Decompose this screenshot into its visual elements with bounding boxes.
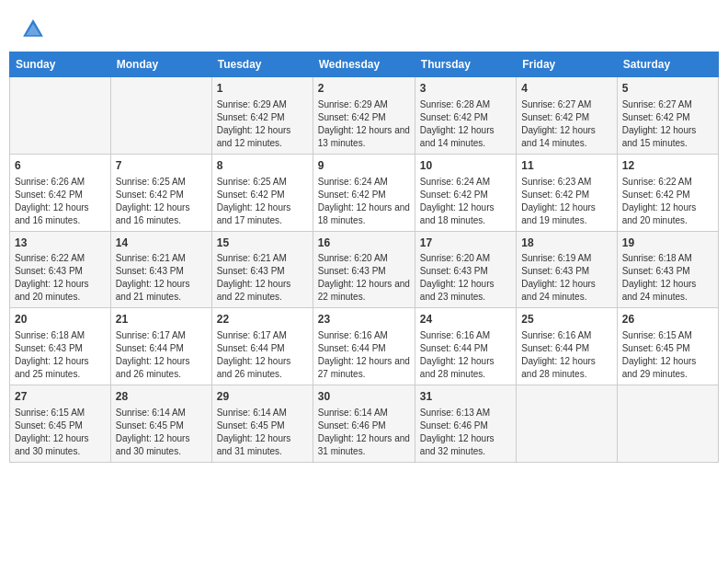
day-info: Sunset: 6:44 PM [420,342,511,355]
day-info: Sunset: 6:45 PM [15,419,106,432]
calendar-cell [617,385,718,463]
day-info: Sunrise: 6:17 AM [217,329,308,342]
calendar-cell: 29Sunrise: 6:14 AMSunset: 6:45 PMDayligh… [211,385,313,463]
day-info: Sunrise: 6:21 AM [116,252,207,265]
day-info: Sunrise: 6:18 AM [15,329,106,342]
day-info: Sunrise: 6:29 AM [217,98,308,111]
calendar-cell: 24Sunrise: 6:16 AMSunset: 6:44 PMDayligh… [415,308,516,385]
day-info: Sunrise: 6:23 AM [521,176,611,189]
day-number: 24 [420,312,511,327]
day-info: Daylight: 12 hours and 20 minutes. [15,278,106,304]
day-info: Sunset: 6:43 PM [217,265,308,278]
day-header-saturday: Saturday [617,52,718,77]
day-number: 8 [217,158,308,174]
day-info: Daylight: 12 hours and 16 minutes. [116,201,207,227]
day-info: Sunset: 6:44 PM [116,342,207,355]
day-info: Sunset: 6:46 PM [420,419,511,432]
day-info: Sunset: 6:42 PM [15,189,106,201]
day-info: Daylight: 12 hours and 17 minutes. [217,201,308,227]
day-info: Sunset: 6:43 PM [420,265,511,278]
day-number: 9 [318,158,410,174]
day-number: 11 [521,158,611,174]
calendar-table: SundayMondayTuesdayWednesdayThursdayFrid… [9,52,719,463]
day-info: Sunrise: 6:25 AM [217,176,308,189]
calendar-cell: 20Sunrise: 6:18 AMSunset: 6:43 PMDayligh… [10,308,111,385]
day-header-tuesday: Tuesday [211,52,313,77]
day-info: Daylight: 12 hours and 26 minutes. [217,355,308,381]
calendar-week-5: 27Sunrise: 6:15 AMSunset: 6:45 PMDayligh… [10,385,719,463]
day-info: Sunset: 6:42 PM [622,189,713,201]
day-number: 20 [15,312,106,327]
day-info: Daylight: 12 hours and 32 minutes. [420,432,511,458]
day-info: Sunset: 6:43 PM [622,265,713,278]
calendar-cell: 25Sunrise: 6:16 AMSunset: 6:44 PMDayligh… [517,308,617,385]
day-header-wednesday: Wednesday [313,52,415,77]
day-info: Daylight: 12 hours and 13 minutes. [318,124,410,150]
day-info: Daylight: 12 hours and 31 minutes. [318,432,410,458]
calendar-cell: 11Sunrise: 6:23 AMSunset: 6:42 PMDayligh… [517,154,617,231]
day-info: Daylight: 12 hours and 14 minutes. [521,124,611,150]
day-info: Daylight: 12 hours and 23 minutes. [420,278,511,304]
calendar-cell: 28Sunrise: 6:14 AMSunset: 6:45 PMDayligh… [110,385,211,463]
day-info: Sunset: 6:45 PM [217,419,308,432]
day-info: Sunrise: 6:18 AM [622,252,713,265]
day-info: Sunrise: 6:27 AM [622,98,713,111]
day-info: Daylight: 12 hours and 31 minutes. [217,432,308,458]
calendar-cell: 5Sunrise: 6:27 AMSunset: 6:42 PMDaylight… [617,77,718,155]
calendar-cell: 13Sunrise: 6:22 AMSunset: 6:43 PMDayligh… [10,231,111,308]
day-info: Daylight: 12 hours and 20 minutes. [622,201,713,227]
day-number: 7 [116,158,207,174]
day-info: Daylight: 12 hours and 30 minutes. [116,432,207,458]
calendar-cell: 15Sunrise: 6:21 AMSunset: 6:43 PMDayligh… [211,231,313,308]
day-info: Sunset: 6:42 PM [420,189,511,201]
day-number: 12 [622,158,713,174]
day-info: Sunrise: 6:29 AM [318,98,410,111]
day-info: Sunrise: 6:20 AM [420,252,511,265]
day-info: Sunset: 6:45 PM [622,342,713,355]
day-number: 3 [420,81,511,97]
day-info: Daylight: 12 hours and 12 minutes. [217,124,308,150]
day-info: Daylight: 12 hours and 24 minutes. [521,278,611,304]
day-info: Sunset: 6:43 PM [521,265,611,278]
day-number: 2 [318,81,410,97]
day-number: 25 [521,312,611,327]
day-info: Sunrise: 6:14 AM [217,407,308,419]
calendar-cell: 30Sunrise: 6:14 AMSunset: 6:46 PMDayligh… [313,385,415,463]
day-number: 17 [420,236,511,251]
day-info: Sunset: 6:42 PM [318,111,410,124]
day-info: Sunrise: 6:27 AM [521,98,611,111]
day-number: 4 [521,81,611,97]
calendar-cell: 1Sunrise: 6:29 AMSunset: 6:42 PMDaylight… [211,77,313,155]
day-number: 28 [116,389,207,405]
day-number: 1 [217,81,308,97]
day-info: Sunset: 6:42 PM [521,189,611,201]
day-number: 10 [420,158,511,174]
day-info: Sunrise: 6:13 AM [420,407,511,419]
calendar-cell: 6Sunrise: 6:26 AMSunset: 6:42 PMDaylight… [10,154,111,231]
day-number: 5 [622,81,713,97]
day-number: 30 [318,389,410,405]
day-info: Sunrise: 6:22 AM [622,176,713,189]
day-number: 27 [15,389,106,405]
day-info: Sunrise: 6:25 AM [116,176,207,189]
calendar-header: SundayMondayTuesdayWednesdayThursdayFrid… [10,52,719,77]
day-info: Sunrise: 6:24 AM [420,176,511,189]
calendar-cell: 4Sunrise: 6:27 AMSunset: 6:42 PMDaylight… [517,77,617,155]
calendar-cell: 23Sunrise: 6:16 AMSunset: 6:44 PMDayligh… [313,308,415,385]
calendar-week-4: 20Sunrise: 6:18 AMSunset: 6:43 PMDayligh… [10,308,719,385]
day-info: Sunrise: 6:16 AM [420,329,511,342]
day-info: Sunset: 6:42 PM [622,111,713,124]
day-info: Sunrise: 6:19 AM [521,252,611,265]
day-info: Daylight: 12 hours and 14 minutes. [420,124,511,150]
calendar-cell: 8Sunrise: 6:25 AMSunset: 6:42 PMDaylight… [211,154,313,231]
day-info: Sunset: 6:45 PM [116,419,207,432]
day-info: Daylight: 12 hours and 22 minutes. [217,278,308,304]
calendar-cell: 14Sunrise: 6:21 AMSunset: 6:43 PMDayligh… [110,231,211,308]
day-number: 14 [116,236,207,251]
calendar-week-1: 1Sunrise: 6:29 AMSunset: 6:42 PMDaylight… [10,77,719,155]
logo [20,17,48,42]
day-info: Sunset: 6:43 PM [15,265,106,278]
day-info: Daylight: 12 hours and 25 minutes. [15,355,106,381]
calendar-cell [10,77,111,155]
day-number: 22 [217,312,308,327]
